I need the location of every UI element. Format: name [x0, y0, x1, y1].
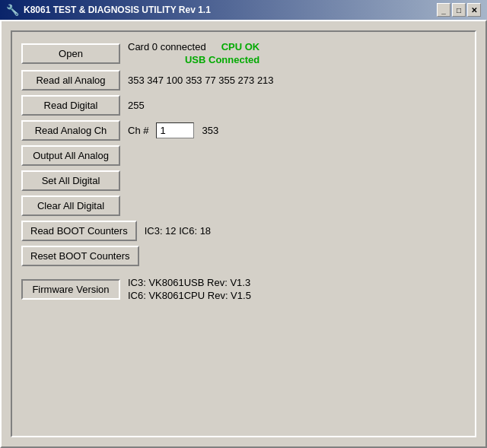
usb-line: USB Connected: [128, 54, 259, 65]
firmware-version-row: Firmware Version IC3: VK8061USB Rev: V1.…: [21, 277, 466, 301]
output-all-analog-row: Output All Analog: [21, 145, 466, 166]
set-all-digital-button[interactable]: Set All Digital: [21, 170, 120, 191]
open-button[interactable]: Open: [21, 43, 120, 64]
analog-values: 353 347 100 353 77 355 273 213: [128, 75, 274, 86]
firmware-line-2: IC6: VK8061CPU Rev: V1.5: [128, 290, 251, 301]
reset-boot-counters-row: Reset BOOT Counters: [21, 246, 466, 266]
read-analog-ch-button[interactable]: Read Analog Ch: [21, 120, 120, 141]
clear-all-digital-row: Clear All Digital: [21, 195, 466, 216]
minimize-button[interactable]: _: [437, 3, 450, 17]
reset-boot-counters-button[interactable]: Reset BOOT Counters: [21, 246, 139, 266]
read-boot-counters-button[interactable]: Read BOOT Counters: [21, 221, 137, 241]
restore-button[interactable]: □: [452, 3, 466, 17]
status-area: Card 0 connected CPU OK USB Connected: [128, 41, 259, 65]
channel-input[interactable]: [156, 122, 194, 138]
channel-value: 353: [202, 125, 218, 136]
read-analog-row: Read all Analog 353 347 100 353 77 355 2…: [21, 70, 466, 91]
usb-connected-label: USB Connected: [185, 54, 259, 65]
firmware-info: IC3: VK8061USB Rev: V1.3 IC6: VK8061CPU …: [128, 277, 251, 301]
spacer: [21, 271, 466, 277]
card-connected-label: Card 0 connected: [128, 41, 206, 52]
window-title: K8061 TEST & DIAGNOSIS UTILITY Rev 1.1: [24, 5, 211, 15]
channel-label: Ch #: [128, 125, 148, 136]
read-digital-row: Read Digital 255: [21, 95, 466, 116]
read-all-analog-button[interactable]: Read all Analog: [21, 70, 120, 91]
read-boot-counters-row: Read BOOT Counters IC3: 12 IC6: 18: [21, 221, 466, 241]
cpu-ok-label: CPU OK: [221, 41, 260, 52]
main-window: Open Card 0 connected CPU OK USB Connect…: [0, 20, 487, 448]
boot-counters-value: IC3: 12 IC6: 18: [145, 225, 211, 237]
window-controls: _ □ ✕: [437, 3, 481, 17]
set-all-digital-row: Set All Digital: [21, 170, 466, 191]
firmware-version-button[interactable]: Firmware Version: [21, 279, 120, 300]
title-bar-left: 🔧 K8061 TEST & DIAGNOSIS UTILITY Rev 1.1: [6, 4, 211, 16]
status-line-1: Card 0 connected CPU OK: [128, 41, 259, 52]
title-bar: 🔧 K8061 TEST & DIAGNOSIS UTILITY Rev 1.1…: [0, 0, 487, 20]
output-all-analog-button[interactable]: Output All Analog: [21, 145, 120, 166]
inner-container: Open Card 0 connected CPU OK USB Connect…: [11, 30, 476, 437]
firmware-line-1: IC3: VK8061USB Rev: V1.3: [128, 277, 251, 288]
digital-value: 255: [128, 100, 145, 111]
read-digital-button[interactable]: Read Digital: [21, 95, 120, 116]
open-row: Open Card 0 connected CPU OK USB Connect…: [21, 41, 466, 65]
app-icon: 🔧: [6, 4, 19, 16]
clear-all-digital-button[interactable]: Clear All Digital: [21, 195, 120, 216]
close-button[interactable]: ✕: [467, 3, 481, 17]
read-analog-ch-row: Read Analog Ch Ch # 353: [21, 120, 466, 141]
